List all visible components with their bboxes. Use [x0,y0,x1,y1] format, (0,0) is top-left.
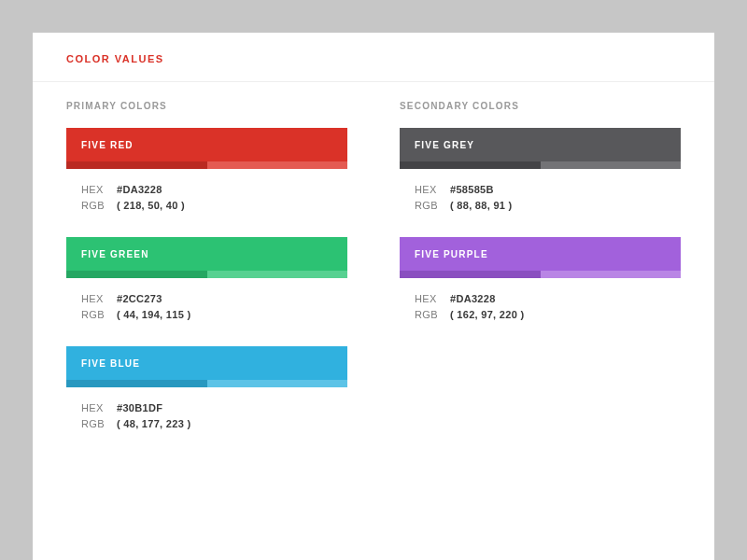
meta-label-hex: HEX [415,182,441,198]
meta-value-hex: #DA3228 [117,182,162,198]
meta-row-rgb: RGB ( 218, 50, 40 ) [81,198,347,214]
primary-column-title: PRIMARY COLORS [66,101,347,111]
swatch-shade-light [541,271,682,278]
swatch-shade-dark [66,380,207,387]
meta-row-rgb: RGB ( 48, 177, 223 ) [81,416,347,432]
swatch-main: FIVE BLUE [66,346,347,380]
swatch-shade-light [207,161,348,169]
meta-label-rgb: RGB [415,198,441,214]
meta-row-rgb: RGB ( 162, 97, 220 ) [415,307,681,323]
swatch-five-purple: FIVE PURPLE HEX #DA3228 RGB ( 162, 97, 2… [400,237,681,322]
meta-value-rgb: ( 162, 97, 220 ) [450,307,524,323]
meta-row-hex: HEX #30B1DF [81,400,347,416]
meta-row-rgb: RGB ( 88, 88, 91 ) [415,198,681,214]
secondary-column: SECONDARY COLORS FIVE GREY HEX #58585B R… [400,101,681,455]
swatch-five-red: FIVE RED HEX #DA3228 RGB ( 218, 50, 40 ) [66,128,347,213]
swatch-strip [400,161,681,169]
meta-value-rgb: ( 48, 177, 223 ) [117,416,190,432]
swatch-shade-dark [400,271,541,278]
meta-value-rgb: ( 218, 50, 40 ) [117,198,185,214]
swatch-shade-light [541,161,682,169]
swatch-strip [66,380,347,387]
panel-title: COLOR VALUES [66,53,681,64]
swatch-main: FIVE RED [66,128,347,161]
swatch-strip [400,271,681,278]
swatch-meta: HEX #58585B RGB ( 88, 88, 91 ) [400,169,681,213]
meta-value-hex: #30B1DF [117,400,162,416]
meta-label-rgb: RGB [415,307,441,323]
color-values-panel: COLOR VALUES PRIMARY COLORS FIVE RED HEX… [33,33,714,560]
swatch-meta: HEX #2CC273 RGB ( 44, 194, 115 ) [66,278,347,322]
meta-value-hex: #58585B [450,182,494,198]
meta-value-hex: #2CC273 [117,291,162,307]
swatch-shade-light [207,380,348,387]
swatch-meta: HEX #30B1DF RGB ( 48, 177, 223 ) [66,387,347,431]
meta-label-hex: HEX [415,291,441,307]
swatch-main: FIVE GREEN [66,237,347,271]
meta-value-rgb: ( 88, 88, 91 ) [450,198,513,214]
swatch-five-grey: FIVE GREY HEX #58585B RGB ( 88, 88, 91 ) [400,128,681,213]
swatch-meta: HEX #DA3228 RGB ( 218, 50, 40 ) [66,169,347,213]
meta-row-hex: HEX #2CC273 [81,291,347,307]
panel-header: COLOR VALUES [33,33,714,82]
meta-label-hex: HEX [81,182,107,198]
meta-label-hex: HEX [81,400,107,416]
swatch-main: FIVE GREY [400,128,681,161]
swatch-main: FIVE PURPLE [400,237,681,271]
meta-row-hex: HEX #DA3228 [81,182,347,198]
swatch-shade-dark [66,271,207,278]
meta-value-rgb: ( 44, 194, 115 ) [117,307,190,323]
meta-row-rgb: RGB ( 44, 194, 115 ) [81,307,347,323]
secondary-column-title: SECONDARY COLORS [400,101,681,111]
panel-body: PRIMARY COLORS FIVE RED HEX #DA3228 RGB … [33,82,714,455]
swatch-shade-dark [66,161,207,169]
swatch-five-green: FIVE GREEN HEX #2CC273 RGB ( 44, 194, 11… [66,237,347,322]
meta-value-hex: #DA3228 [450,291,496,307]
swatch-shade-light [207,271,348,278]
meta-row-hex: HEX #58585B [415,182,681,198]
primary-column: PRIMARY COLORS FIVE RED HEX #DA3228 RGB … [66,101,347,455]
meta-label-rgb: RGB [81,307,107,323]
swatch-strip [66,161,347,169]
meta-label-rgb: RGB [81,198,107,214]
meta-row-hex: HEX #DA3228 [415,291,681,307]
swatch-shade-dark [400,161,541,169]
meta-label-hex: HEX [81,291,107,307]
swatch-meta: HEX #DA3228 RGB ( 162, 97, 220 ) [400,278,681,322]
swatch-five-blue: FIVE BLUE HEX #30B1DF RGB ( 48, 177, 223… [66,346,347,431]
swatch-strip [66,271,347,278]
meta-label-rgb: RGB [81,416,107,432]
